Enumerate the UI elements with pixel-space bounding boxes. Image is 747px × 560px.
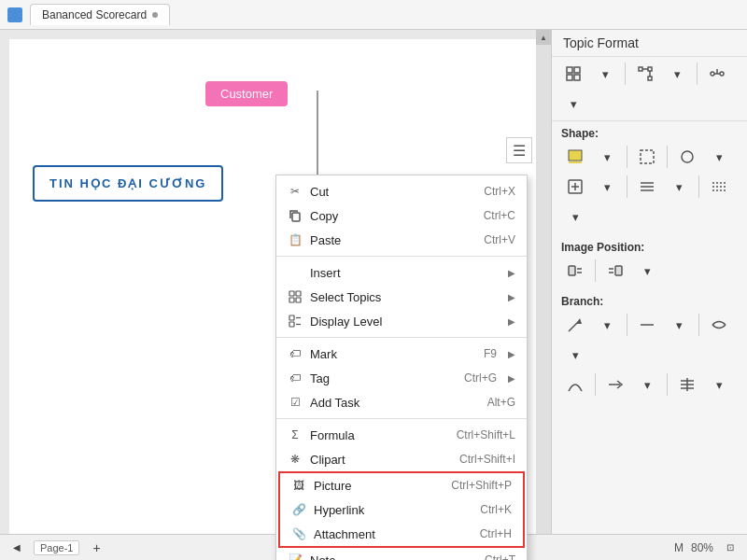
branch-edit-button[interactable] [561, 312, 589, 338]
branch-switch-button[interactable] [705, 312, 733, 338]
edit-button[interactable] [561, 174, 589, 200]
panel-title: Topic Format [552, 30, 747, 57]
shape-section: Shape: ▾ [552, 121, 747, 235]
menu-item-insert[interactable]: Insert ▶ [276, 260, 527, 285]
note-shortcut: Ctrl+T [485, 553, 515, 560]
bottom-right-controls: M 80% ⊡ [674, 539, 740, 557]
context-menu[interactable]: ✂ Cut Ctrl+X Copy Ctrl+C 📋 Paste [275, 175, 528, 560]
branch-switch-dropdown-button[interactable]: ▾ [561, 342, 589, 368]
menu-item-add-task[interactable]: ☑ Add Task Alt+G [276, 390, 527, 414]
scroll-up-arrow[interactable]: ▲ [536, 30, 551, 45]
zoom-level: 80% [691, 541, 713, 554]
shape-sep-4 [698, 175, 699, 198]
document-tab[interactable]: Bananced Scorecard [30, 4, 170, 25]
grid-style-button[interactable] [705, 174, 733, 200]
cut-shortcut: Ctrl+X [484, 185, 515, 198]
grid-dropdown-button[interactable]: ▾ [561, 203, 589, 230]
canvas-scrollbar[interactable]: ▲ ▼ [536, 30, 551, 560]
picture-label: Picture [314, 479, 444, 493]
structure-dropdown-button[interactable]: ▾ [663, 61, 691, 87]
menu-item-formula[interactable]: Σ Formula Ctrl+Shift+L [276, 423, 527, 447]
menu-item-display-level[interactable]: Display Level ▶ [276, 309, 527, 333]
insert-icon [288, 265, 303, 280]
branch-split-dropdown-button[interactable]: ▾ [705, 371, 733, 398]
menu-item-select-topics[interactable]: Select Topics ▶ [276, 285, 527, 309]
menu-item-paste[interactable]: 📋 Paste Ctrl+V [276, 228, 527, 252]
shape-sep-3 [627, 175, 627, 198]
svg-point-20 [711, 72, 714, 76]
branch-arrow-button[interactable] [601, 371, 629, 398]
shape-sep-2 [667, 146, 668, 168]
select-topics-label: Select Topics [310, 290, 497, 304]
menu-item-picture[interactable]: 🖼 Picture Ctrl+Shift+P [280, 473, 523, 497]
menu-item-attachment[interactable]: 📎 Attachment Ctrl+H [280, 522, 523, 546]
display-level-icon [288, 314, 303, 329]
add-page-button[interactable]: + [87, 539, 106, 557]
edit-dropdown-button[interactable]: ▾ [593, 174, 621, 200]
svg-rect-5 [289, 298, 294, 302]
branch-line-button[interactable] [633, 312, 661, 338]
branch-line-dropdown-button[interactable]: ▾ [665, 312, 693, 338]
page-label[interactable]: Page-1 [34, 540, 79, 555]
branch-arrow-dropdown-button[interactable]: ▾ [633, 371, 661, 398]
paste-icon: 📋 [288, 232, 303, 247]
menu-item-cut[interactable]: ✂ Cut Ctrl+X [276, 179, 527, 203]
clipart-label: Clipart [310, 453, 452, 467]
svg-rect-3 [289, 291, 294, 296]
branch-edit-dropdown-button[interactable]: ▾ [593, 312, 621, 338]
circle-button[interactable] [673, 144, 701, 170]
note-icon: 📝 [288, 553, 303, 560]
customer-node[interactable]: Customer [205, 81, 288, 106]
svg-rect-4 [296, 291, 301, 296]
svg-rect-6 [296, 298, 301, 302]
add-task-icon: ☑ [288, 395, 303, 410]
fill-color-button[interactable] [561, 144, 589, 170]
branch-sep-4 [667, 373, 668, 396]
branch-curve-button[interactable] [561, 371, 589, 398]
branch-sep-1 [627, 314, 627, 336]
branch-row-1: ▾ ▾ ▾ [561, 312, 738, 368]
menu-item-note[interactable]: 📝 Note Ctrl+T [276, 548, 527, 560]
menu-item-hyperlink[interactable]: 🔗 Hyperlink Ctrl+K [280, 497, 523, 522]
scissors-icon: ✂ [288, 184, 303, 199]
list-icon-button[interactable]: ☰ [506, 137, 532, 163]
image-left-button[interactable] [561, 258, 589, 284]
svg-rect-25 [569, 161, 582, 163]
zoom-fit-button[interactable]: ⊡ [721, 539, 740, 557]
image-right-button[interactable] [601, 258, 629, 284]
topic-node[interactable]: TIN HỌC ĐẠI CƯƠNG [33, 165, 223, 202]
note-label: Note [310, 553, 477, 561]
menu-item-tag[interactable]: 🏷 Tag Ctrl+G ▶ [276, 366, 527, 390]
line-style-button[interactable] [633, 174, 661, 200]
image-dropdown-button[interactable]: ▾ [633, 258, 661, 284]
fill-dropdown-button[interactable]: ▾ [593, 144, 621, 170]
hyperlink-label: Hyperlink [314, 503, 472, 517]
branch-split-button[interactable] [673, 371, 701, 398]
image-position-section: Image Position: ▾ [552, 235, 747, 289]
separator-1 [276, 256, 527, 257]
shape-row-1: ▾ ▾ [561, 144, 738, 170]
shape-title: Shape: [561, 127, 738, 140]
layout-dropdown-button[interactable]: ▾ [591, 61, 619, 87]
menu-item-clipart[interactable]: ❋ Clipart Ctrl+Shift+I [276, 447, 527, 471]
svg-rect-40 [615, 266, 622, 275]
mark-label: Mark [310, 347, 476, 361]
clipart-icon: ❋ [288, 452, 303, 467]
layout-grid-button[interactable] [559, 61, 587, 87]
tag-arrow: ▶ [508, 373, 515, 384]
connection-button[interactable] [703, 61, 731, 87]
svg-rect-11 [567, 67, 572, 73]
page-selector-container: Page-1 [34, 540, 79, 555]
picture-shortcut: Ctrl+Shift+P [451, 479, 512, 492]
menu-item-copy[interactable]: Copy Ctrl+C [276, 203, 527, 228]
canvas-area[interactable]: ▲ ▼ ☰ Customer TIN HỌC ĐẠI CƯƠNG ✂ Cut [0, 30, 551, 560]
line-dropdown-button[interactable]: ▾ [665, 174, 693, 200]
border-style-button[interactable] [633, 144, 661, 170]
app-icon [7, 7, 22, 22]
menu-item-mark[interactable]: 🏷 Mark F9 ▶ [276, 342, 527, 366]
structure-button[interactable] [631, 61, 659, 87]
connection-dropdown-button[interactable]: ▾ [559, 91, 587, 117]
page-nav-left-button[interactable]: ◀ [7, 539, 26, 557]
formula-shortcut: Ctrl+Shift+L [457, 428, 515, 441]
circle-dropdown-button[interactable]: ▾ [705, 144, 733, 170]
